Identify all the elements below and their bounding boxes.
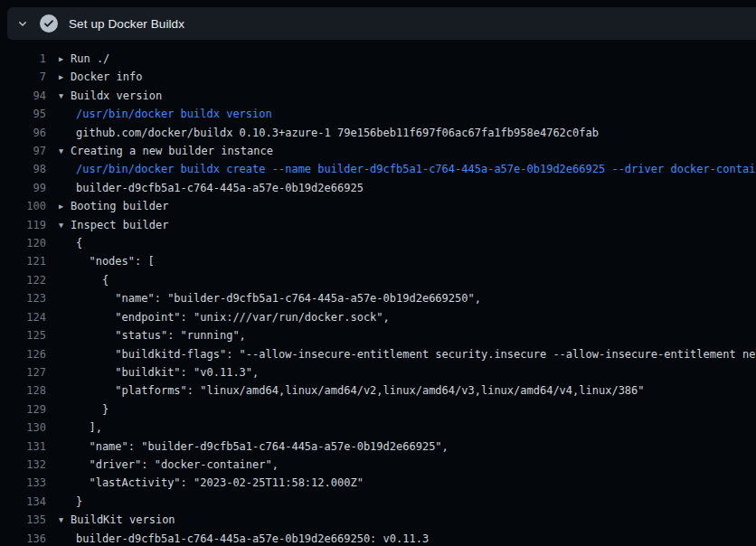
log-command-text: /usr/bin/docker buildx create --name bui… [76,160,756,178]
log-group-title[interactable]: Run ./ [71,50,109,68]
log-line: 99 builder-d9cfb5a1-c764-445a-a57e-0b19d… [0,179,756,197]
line-number[interactable]: 126 [0,345,46,363]
line-number[interactable]: 98 [0,160,46,178]
log-line: 122 { [0,271,756,289]
check-circle-icon [40,14,58,33]
line-number[interactable]: 125 [0,326,46,344]
log-line: 135 ▼ BuildKit version [0,511,756,529]
log-line: 125 "status": "running", [0,326,756,344]
log-group-title[interactable]: Inspect builder [71,216,168,234]
log-line: 126 "buildkitd-flags": "--allow-insecure… [0,345,756,363]
triangle-expanded-icon[interactable]: ▼ [59,87,63,105]
log-line: 94 ▼ Buildx version [0,87,756,105]
log-line: 123 "name": "builder-d9cfb5a1-c764-445a-… [0,289,756,307]
log-group-title[interactable]: Docker info [71,68,142,86]
log-line: 7 ▶ Docker info [0,68,756,86]
triangle-expanded-icon[interactable]: ▼ [59,511,63,529]
log-line: 98 /usr/bin/docker buildx create --name … [0,160,756,178]
chevron-down-icon[interactable] [15,16,30,31]
triangle-collapsed-icon[interactable]: ▶ [59,50,63,68]
line-number[interactable]: 135 [0,511,46,529]
log-line: 134 } [0,493,756,511]
line-number[interactable]: 134 [0,493,46,511]
log-command-text: /usr/bin/docker buildx version [76,105,272,123]
line-number[interactable]: 121 [0,252,46,270]
line-number[interactable]: 133 [0,474,46,492]
log-output-text: "lastActivity": "2023-02-25T11:58:12.000… [76,474,364,492]
line-number[interactable]: 122 [0,271,46,289]
line-number[interactable]: 97 [0,142,46,160]
line-number[interactable]: 119 [0,216,46,234]
log-line: 124 "endpoint": "unix:///var/run/docker.… [0,308,756,326]
triangle-collapsed-icon[interactable]: ▶ [59,68,63,86]
line-number[interactable]: 127 [0,363,46,381]
log-line: 100 ▶ Booting builder [0,197,756,215]
line-number[interactable]: 136 [0,530,46,546]
log-output-text: "nodes": [ [76,252,155,270]
log-output-text: "name": "builder-d9cfb5a1-c764-445a-a57e… [76,438,449,456]
log-output-text: "endpoint": "unix:///var/run/docker.sock… [76,308,390,326]
log-line: 136 builder-d9cfb5a1-c764-445a-a57e-0b19… [0,530,756,546]
log-line: 96 github.com/docker/buildx 0.10.3+azure… [0,124,756,142]
triangle-collapsed-icon[interactable]: ▶ [59,197,63,215]
line-number[interactable]: 99 [0,179,46,197]
log-line: 130 ], [0,419,756,437]
log-output-text: "platforms": "linux/amd64,linux/amd64/v2… [76,381,645,400]
log-container: 1 ▶ Run ./ 7 ▶ Docker info 94 ▼ Buildx v… [0,40,756,546]
log-output-text: ], [76,419,102,437]
log-line: 127 "buildkit": "v0.11.3", [0,363,756,381]
log-line: 129 } [0,400,756,419]
triangle-expanded-icon[interactable]: ▼ [59,142,63,160]
log-output-text: { [76,271,109,289]
log-output-text: "name": "builder-d9cfb5a1-c764-445a-a57e… [76,289,481,307]
log-line: 119 ▼ Inspect builder [0,216,756,234]
line-number[interactable]: 120 [0,234,46,252]
log-line: 97 ▼ Creating a new builder instance [0,142,756,160]
log-output-text: github.com/docker/buildx 0.10.3+azure-1 … [76,124,599,142]
step-title: Set up Docker Buildx [69,17,184,31]
log-output-text: "buildkitd-flags": "--allow-insecure-ent… [76,345,756,363]
log-line: 132 "driver": "docker-container", [0,456,756,474]
log-group-title[interactable]: Buildx version [71,87,162,105]
log-output-text: "driver": "docker-container", [76,456,279,474]
log-output-text: "status": "running", [76,326,246,344]
line-number[interactable]: 96 [0,124,46,142]
log-group-title[interactable]: Creating a new builder instance [71,142,273,160]
log-output-text: "buildkit": "v0.11.3", [76,363,259,381]
line-number[interactable]: 123 [0,289,46,307]
line-number[interactable]: 7 [0,68,46,86]
log-output-text: } [76,493,82,511]
line-number[interactable]: 128 [0,381,46,400]
line-number[interactable]: 100 [0,197,46,215]
line-number[interactable]: 131 [0,438,46,456]
log-line: 131 "name": "builder-d9cfb5a1-c764-445a-… [0,438,756,456]
step-header[interactable]: Set up Docker Buildx [7,7,756,40]
line-number[interactable]: 132 [0,456,46,474]
log-line: 121 "nodes": [ [0,252,756,270]
log-line: 128 "platforms": "linux/amd64,linux/amd6… [0,381,756,400]
log-line: 95 /usr/bin/docker buildx version [0,105,756,123]
line-number[interactable]: 130 [0,419,46,437]
log-output-text: builder-d9cfb5a1-c764-445a-a57e-0b19d2e6… [76,179,364,197]
line-number[interactable]: 95 [0,105,46,123]
log-line: 133 "lastActivity": "2023-02-25T11:58:12… [0,474,756,492]
line-number[interactable]: 94 [0,87,46,105]
log-output-text: } [76,400,109,419]
triangle-expanded-icon[interactable]: ▼ [59,216,63,234]
line-number[interactable]: 1 [0,50,46,68]
log-line: 120 { [0,234,756,252]
log-line: 1 ▶ Run ./ [0,50,756,68]
log-group-title[interactable]: Booting builder [71,197,168,215]
line-number[interactable]: 124 [0,308,46,326]
line-number[interactable]: 129 [0,400,46,419]
log-output-text: { [76,234,82,252]
log-output-text: builder-d9cfb5a1-c764-445a-a57e-0b19d2e6… [76,530,429,546]
log-group-title[interactable]: BuildKit version [71,511,175,529]
